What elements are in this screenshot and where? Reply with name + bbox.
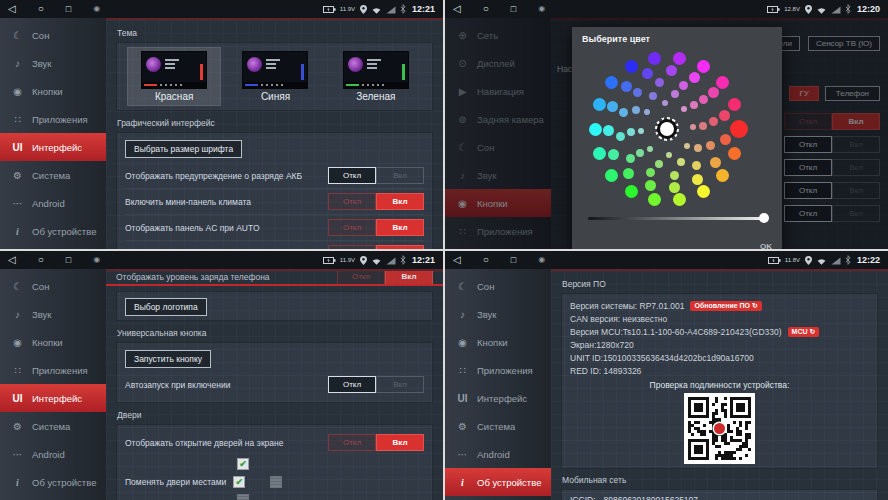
toggle-on-button[interactable]: Вкл bbox=[376, 434, 424, 451]
sidebar-item-android[interactable]: ⋯Android bbox=[0, 189, 106, 217]
sidebar-item-interfeys[interactable]: UIИнтерфейс bbox=[0, 384, 106, 412]
door-checkbox-right[interactable] bbox=[270, 476, 282, 488]
color-dot[interactable] bbox=[608, 149, 619, 160]
color-dot[interactable] bbox=[633, 88, 642, 97]
color-dot[interactable] bbox=[666, 65, 677, 76]
color-dot[interactable] bbox=[623, 168, 634, 179]
color-dot[interactable] bbox=[684, 143, 690, 149]
color-dot[interactable] bbox=[619, 108, 628, 117]
color-dot[interactable] bbox=[681, 106, 687, 112]
toggle-off-button[interactable]: Откл bbox=[328, 434, 376, 451]
color-dot[interactable] bbox=[679, 81, 688, 90]
sidebar-item-prilozheniya[interactable]: ∷Приложения bbox=[445, 356, 551, 384]
toggle-off-button[interactable]: Откл bbox=[328, 193, 376, 210]
color-dot[interactable] bbox=[706, 141, 715, 150]
sidebar-item-interfeys[interactable]: UIИнтерфейс bbox=[445, 384, 551, 412]
color-dot[interactable] bbox=[638, 128, 644, 134]
back-button[interactable]: ◁ bbox=[453, 0, 461, 18]
color-dot[interactable] bbox=[593, 147, 606, 160]
color-dot[interactable] bbox=[728, 98, 741, 111]
theme-option-2[interactable]: Зеленая bbox=[330, 48, 422, 105]
sidebar-item-android[interactable]: ⋯Android bbox=[445, 440, 551, 468]
run-button[interactable]: Запустить кнопку bbox=[125, 350, 211, 368]
color-dot[interactable] bbox=[720, 134, 731, 145]
color-dot[interactable] bbox=[694, 144, 702, 152]
toggle-on-button[interactable]: Вкл bbox=[385, 271, 433, 284]
back-button[interactable]: ◁ bbox=[8, 251, 16, 269]
toggle-on-button[interactable]: Вкл bbox=[376, 376, 424, 393]
color-dot[interactable] bbox=[716, 169, 729, 182]
color-dot[interactable] bbox=[692, 174, 703, 185]
color-dot[interactable] bbox=[699, 95, 708, 104]
color-dot[interactable] bbox=[632, 106, 640, 114]
sidebar-item-android[interactable]: ⋯Android bbox=[0, 440, 106, 468]
logo-select-button[interactable]: Выбор логотипа bbox=[125, 298, 207, 316]
color-dot[interactable] bbox=[605, 169, 618, 182]
slider-knob[interactable] bbox=[759, 213, 769, 223]
sidebar-item-knopki[interactable]: ◉Кнопки bbox=[0, 77, 106, 105]
color-dot[interactable] bbox=[655, 160, 663, 168]
color-dot[interactable] bbox=[708, 87, 719, 98]
color-dot[interactable] bbox=[593, 98, 606, 111]
sidebar-item-prilozheniya[interactable]: ∷Приложения bbox=[0, 356, 106, 384]
door-checkbox-rear[interactable] bbox=[237, 494, 249, 500]
color-dot[interactable] bbox=[728, 147, 741, 160]
toggle-on-button[interactable]: Вкл bbox=[376, 245, 424, 249]
color-dot[interactable] bbox=[647, 146, 653, 152]
color-dot[interactable] bbox=[697, 60, 710, 73]
color-dot[interactable] bbox=[666, 152, 672, 158]
back-button[interactable]: ◁ bbox=[453, 251, 461, 269]
color-dot[interactable] bbox=[626, 154, 635, 163]
home-button[interactable]: ○ bbox=[483, 0, 489, 18]
color-dot[interactable] bbox=[697, 185, 710, 198]
recents-button[interactable]: □ bbox=[66, 251, 71, 269]
color-dot[interactable] bbox=[692, 161, 701, 170]
color-dot[interactable] bbox=[642, 68, 653, 79]
sidebar-item-zvuk[interactable]: ♪Звук bbox=[0, 49, 106, 77]
color-dot[interactable] bbox=[646, 168, 655, 177]
color-dot[interactable] bbox=[709, 117, 718, 126]
sidebar-item-sistema[interactable]: ⚙Система bbox=[445, 412, 551, 440]
color-dot[interactable] bbox=[716, 76, 729, 89]
toggle-off-button[interactable]: Откл bbox=[328, 219, 376, 236]
sidebar-item-ob-ustroystve[interactable]: iОб устройстве bbox=[0, 217, 106, 245]
sidebar-item-son[interactable]: ☾Сон bbox=[0, 272, 106, 300]
color-dot[interactable] bbox=[649, 92, 657, 100]
sidebar-item-son[interactable]: ☾Сон bbox=[445, 272, 551, 300]
theme-option-0[interactable]: Красная bbox=[127, 47, 221, 106]
color-dot[interactable] bbox=[603, 125, 614, 136]
color-dot[interactable] bbox=[671, 90, 679, 98]
home-button[interactable]: ○ bbox=[38, 251, 44, 269]
home-button[interactable]: ○ bbox=[483, 251, 489, 269]
color-dot[interactable] bbox=[644, 109, 650, 115]
toggle-off-button[interactable]: Откл bbox=[337, 271, 385, 284]
recents-button[interactable]: □ bbox=[511, 0, 516, 18]
ok-button[interactable]: OK bbox=[760, 242, 772, 249]
sidebar-item-sistema[interactable]: ⚙Система bbox=[0, 412, 106, 440]
color-dot[interactable] bbox=[616, 132, 625, 141]
sidebar-item-zvuk[interactable]: ♪Звук bbox=[445, 300, 551, 328]
sidebar-item-knopki[interactable]: ◉Кнопки bbox=[445, 328, 551, 356]
color-dot[interactable] bbox=[636, 149, 644, 157]
sidebar-item-prilozheniya[interactable]: ∷Приложения bbox=[0, 105, 106, 133]
back-button[interactable]: ◁ bbox=[8, 0, 16, 18]
update-badge[interactable]: MCU ↻ bbox=[788, 327, 820, 337]
color-dot[interactable] bbox=[625, 60, 638, 73]
home-button[interactable]: ○ bbox=[38, 0, 44, 18]
sidebar-item-ob-ustroystve[interactable]: iОб устройстве bbox=[0, 468, 106, 496]
color-dot[interactable] bbox=[621, 81, 632, 92]
sidebar-item-knopki[interactable]: ◉Кнопки bbox=[0, 328, 106, 356]
door-checkbox-left[interactable]: ✔ bbox=[233, 476, 245, 488]
sidebar-item-sistema[interactable]: ⚙Система bbox=[0, 161, 106, 189]
door-checkbox-front[interactable]: ✔ bbox=[237, 458, 249, 470]
color-dot[interactable] bbox=[655, 78, 664, 87]
color-dot[interactable] bbox=[673, 193, 686, 206]
brightness-slider[interactable] bbox=[588, 217, 766, 220]
color-dot[interactable] bbox=[607, 101, 618, 112]
color-dot[interactable] bbox=[589, 123, 602, 136]
toggle-off-button[interactable]: Откл bbox=[328, 245, 376, 249]
color-dot[interactable] bbox=[627, 128, 635, 136]
color-dot[interactable] bbox=[690, 124, 696, 130]
color-dot[interactable] bbox=[730, 120, 748, 138]
recents-button[interactable]: □ bbox=[511, 251, 516, 269]
